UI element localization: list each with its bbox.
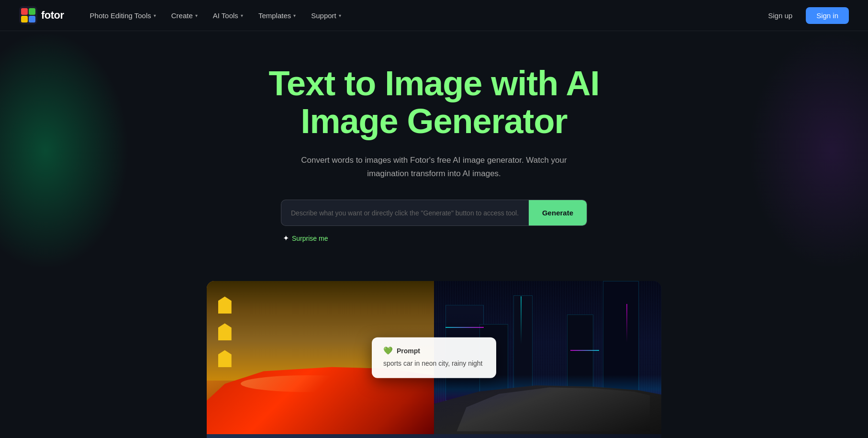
ferrari-badge-1 <box>218 296 232 314</box>
svg-rect-1 <box>21 8 28 15</box>
nav-item-label: AI Tools <box>213 11 238 20</box>
sparkle-icon: ✦ <box>283 234 289 243</box>
ferrari-badge-3 <box>218 350 232 367</box>
chevron-down-icon: ▾ <box>339 13 341 18</box>
surprise-me-button[interactable]: ✦ Surprise me <box>281 234 587 243</box>
prompt-label: Prompt <box>397 347 420 355</box>
preview-image-area: 💚 Prompt sports car in neon city, rainy … <box>207 281 661 434</box>
preview-section: 💚 Prompt sports car in neon city, rainy … <box>197 281 671 438</box>
nav-item-label: Templates <box>258 11 291 20</box>
chevron-down-icon: ▾ <box>154 13 156 18</box>
nav-item-label: Photo Editing Tools <box>90 11 151 20</box>
neon-line-1 <box>445 327 484 328</box>
preview-card: 💚 Prompt sports car in neon city, rainy … <box>207 281 661 438</box>
nav-item-create[interactable]: Create ▾ <box>165 8 204 23</box>
hero-title: Text to Image with AI Image Generator <box>10 65 858 140</box>
prompt-sparkle-icon: 💚 <box>383 346 393 355</box>
neon-line-2 <box>570 350 599 351</box>
nav-item-support[interactable]: Support ▾ <box>304 8 348 23</box>
chevron-down-icon: ▾ <box>195 13 198 18</box>
prompt-header: 💚 Prompt <box>383 346 485 355</box>
fotor-logo-icon <box>19 6 37 24</box>
navbar: fotor Photo Editing Tools ▾ Create ▾ AI … <box>0 0 868 31</box>
svg-rect-3 <box>21 16 28 22</box>
svg-rect-4 <box>29 16 35 22</box>
nav-item-label: Support <box>311 11 336 20</box>
nav-item-label: Create <box>171 11 193 20</box>
prompt-input[interactable] <box>281 201 529 225</box>
signup-button[interactable]: Sign up <box>762 8 798 23</box>
neon-vert-2 <box>626 304 627 342</box>
prompt-content: sports car in neon city, rainy night <box>383 359 485 369</box>
ferrari-shine <box>241 375 377 392</box>
nav-item-photo-editing[interactable]: Photo Editing Tools ▾ <box>83 8 163 23</box>
chevron-down-icon: ▾ <box>293 13 296 18</box>
ferrari-badge-2 <box>218 323 232 340</box>
ferrari-logo-area <box>218 296 232 367</box>
signin-button[interactable]: Sign in <box>806 7 849 24</box>
surprise-label: Surprise me <box>292 235 328 242</box>
svg-rect-2 <box>29 8 35 15</box>
chevron-down-icon: ▾ <box>241 13 243 18</box>
logo-text: fotor <box>41 9 64 22</box>
nav-actions: Sign up Sign in <box>762 7 849 24</box>
neon-vert-1 <box>521 296 522 344</box>
nav-links: Photo Editing Tools ▾ Create ▾ AI Tools … <box>83 8 763 23</box>
nav-item-ai-tools[interactable]: AI Tools ▾ <box>206 8 250 23</box>
hero-subtitle: Convert words to images with Fotor's fre… <box>295 154 573 180</box>
hero-section: Text to Image with AI Image Generator Co… <box>0 31 868 267</box>
generate-button[interactable]: Generate <box>529 200 587 225</box>
prompt-overlay-box: 💚 Prompt sports car in neon city, rainy … <box>372 337 496 378</box>
nav-item-templates[interactable]: Templates ▾ <box>252 8 302 23</box>
logo-link[interactable]: fotor <box>19 6 64 24</box>
search-container: Generate <box>281 200 587 226</box>
search-box: Generate <box>281 200 587 226</box>
